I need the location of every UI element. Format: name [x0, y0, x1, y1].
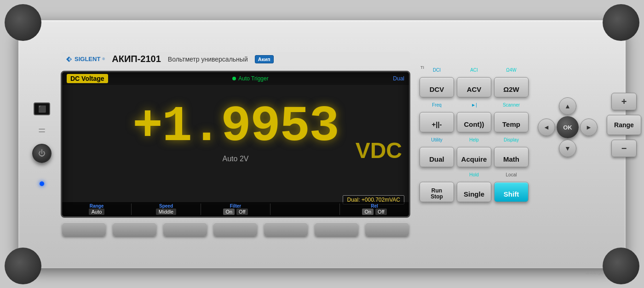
nav-left-icon: ◄: [543, 124, 550, 131]
main-reading-value: +1.9953: [132, 98, 339, 155]
help-label: Help: [469, 137, 479, 142]
softkey-6[interactable]: [315, 222, 358, 236]
sk-speed-label: Speed: [159, 203, 173, 209]
sk-rel-on: On: [362, 209, 374, 215]
device-description: Вольтметр универсальный: [168, 56, 248, 63]
sk-filter-on: On: [223, 209, 235, 215]
sk-rel-group: Rel On Off: [340, 203, 409, 215]
dcv-button[interactable]: DCV: [420, 77, 454, 97]
softkey-labels-bar: Range Auto Speed Middle Filter On Off: [62, 202, 409, 216]
scanner-label: Scanner: [503, 102, 520, 107]
omega2w-button[interactable]: Ω2W: [494, 77, 529, 97]
ok-button[interactable]: OK: [557, 116, 579, 138]
bumper-top-left: [5, 4, 41, 41]
single-button[interactable]: Single: [457, 182, 491, 202]
sk-speed-value: Middle: [156, 209, 176, 215]
left-side-panel: ⬛ ⚌ ⏻: [32, 102, 52, 186]
model-number: АКИП-2101: [112, 54, 161, 64]
usb-icon: ⬛: [38, 105, 46, 113]
acv-button[interactable]: ACV: [457, 77, 491, 97]
plus-button[interactable]: +: [611, 93, 637, 110]
nav-down-button[interactable]: ▼: [559, 140, 576, 157]
softkey-3[interactable]: [163, 222, 207, 236]
ok-label: OK: [563, 124, 572, 131]
measurement-mode: DC Voltage: [67, 74, 108, 83]
nav-up-icon: ▲: [564, 102, 571, 110]
sk-filter-label: Filter: [230, 203, 241, 209]
akip-badge: Акип: [255, 55, 274, 63]
shift-button[interactable]: Shift: [494, 182, 529, 202]
func-row-1: DCV ACV Ω2W: [420, 77, 529, 97]
cap-button[interactable]: +||-: [420, 112, 454, 132]
diode-label: ►|: [471, 102, 477, 107]
screen-top-bar: DC Voltage Auto Trigger Dual: [62, 72, 409, 85]
reading-unit: VDC: [356, 138, 402, 163]
bumper-bottom-left: [5, 248, 41, 284]
nav-down-icon: ▼: [564, 145, 571, 152]
range-label: Range: [614, 121, 634, 129]
minus-button[interactable]: −: [611, 140, 637, 157]
local-label: Local: [506, 172, 517, 177]
hold-label: Hold: [469, 172, 479, 177]
header-bar: SIGLENT ® АКИП-2101 Вольтметр универсаль…: [61, 52, 410, 66]
func-row-3: Dual Acquire Math: [420, 147, 529, 167]
softkey-4[interactable]: [213, 222, 257, 236]
sk-speed-group: Speed Middle: [132, 203, 201, 215]
registered-symbol: ®: [102, 57, 105, 61]
softkey-1[interactable]: [62, 222, 106, 236]
nav-right-button[interactable]: ►: [580, 119, 598, 136]
nav-right-icon: ►: [586, 124, 592, 131]
range-button[interactable]: Range: [607, 115, 641, 135]
main-reading-area: +1.9953 VDC Auto 2V: [62, 85, 409, 168]
sk-range-group: Range Auto: [62, 203, 132, 215]
brand-name: SIGLENT: [75, 56, 100, 62]
sk-empty-group: [270, 203, 340, 215]
dual-label: Dual: [393, 75, 404, 82]
sk-rel-off: Off: [375, 209, 386, 215]
function-controls: TI DCI ACI Ω4W DCV ACV: [420, 65, 529, 202]
trigger-dot: [232, 77, 236, 80]
row2-labels: Freq ►| Scanner: [420, 100, 529, 108]
led-indicator: [40, 181, 44, 186]
brand-logo: SIGLENT ®: [65, 56, 105, 63]
acquire-button[interactable]: Acquire: [457, 147, 491, 167]
softkey-2[interactable]: [113, 222, 156, 236]
siglent-logo-icon: [65, 56, 73, 63]
nav-cluster: ▲ ◄ OK ► ▼: [538, 97, 598, 157]
nav-section: ▲ ◄ OK ► ▼: [538, 93, 598, 157]
display-screen: DC Voltage Auto Trigger Dual +1.9953 VDC…: [61, 71, 410, 218]
display-panel: SIGLENT ® АКИП-2101 Вольтметр универсаль…: [61, 52, 410, 236]
row3-labels: Utility Help Display: [420, 135, 529, 143]
trigger-status: Auto Trigger: [232, 75, 268, 82]
power-button[interactable]: ⏻: [32, 144, 52, 163]
sk-filter-group: Filter On Off: [201, 203, 270, 215]
bumper-top-right: [603, 4, 639, 41]
minus-icon: −: [621, 143, 627, 154]
dci-label: DCI: [433, 68, 441, 73]
run-stop-button[interactable]: Run Stop: [420, 182, 454, 202]
softkey-5[interactable]: [264, 222, 308, 236]
math-button[interactable]: Math: [494, 147, 529, 167]
temp-button[interactable]: Temp: [494, 112, 529, 132]
omega4w-label: Ω4W: [506, 68, 516, 73]
softkey-7[interactable]: [365, 222, 409, 236]
function-labels-row: TI DCI ACI Ω4W: [420, 65, 529, 73]
plus-icon: +: [621, 96, 627, 107]
dual-button[interactable]: Dual: [420, 147, 454, 167]
power-icon: ⏻: [38, 149, 46, 158]
device-body: ⬛ ⚌ ⏻ SIGLENT ® АКИП-2101: [18, 20, 626, 268]
right-panel: TI DCI ACI Ω4W DCV ACV: [420, 61, 644, 227]
pm-range-section: + Range −: [607, 93, 641, 157]
usb-symbol: ⚌: [38, 124, 46, 135]
physical-softkeys-row: [61, 222, 410, 236]
func-row-2: +||- Cont)) Temp: [420, 112, 529, 132]
sk-rel-label: Rel: [371, 203, 378, 209]
display-label: Display: [504, 137, 519, 142]
freq-label: Freq: [432, 102, 442, 107]
cont-button[interactable]: Cont)): [457, 112, 491, 132]
nav-left-button[interactable]: ◄: [538, 119, 555, 136]
bumper-bottom-right: [603, 248, 639, 284]
sk-filter-off: Off: [236, 209, 247, 215]
func-row-4: Run Stop Single Shift: [420, 182, 529, 202]
nav-up-button[interactable]: ▲: [559, 97, 576, 115]
